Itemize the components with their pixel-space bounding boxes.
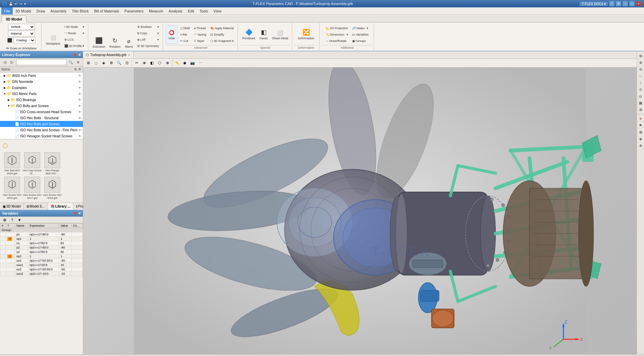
vars-row-p1[interactable]: p1 op1==1?-80:0 -80 — [0, 232, 83, 237]
vp-zoom-fit-btn[interactable]: ⊡ — [123, 59, 130, 67]
thumb-hexscrew4017[interactable]: Hex Screw ISO 4017.grb — [23, 177, 42, 200]
material-select[interactable]: Material — [8, 31, 35, 37]
panel-close-icon[interactable]: ✕ — [78, 53, 81, 57]
settings-button[interactable]: ⚙ — [616, 1, 621, 6]
dimension-btn[interactable]: 📏 Dimension ▾ — [324, 32, 350, 38]
apply-material-btn[interactable]: 🎨 Apply Material — [209, 25, 235, 31]
thumb-hexbolt4016[interactable]: Hex Bolt ISO 4016.grb — [3, 152, 21, 175]
tree-item-isobolts[interactable]: ▼ 📁 ISO Bolts and Screws 👁 — [0, 103, 83, 109]
right-btn-3[interactable]: ⊖ — [638, 66, 644, 72]
right-btn-5[interactable]: ↕ — [638, 80, 644, 86]
lib-list-btn[interactable]: ≡ — [75, 59, 82, 65]
lib-forward-btn[interactable]: ▷ — [9, 59, 15, 65]
right-btn-11[interactable]: ⚑ — [638, 122, 644, 128]
left-tab-library[interactable]: 📚 Library ... — [48, 203, 73, 210]
menu-titleblock[interactable]: Title Block — [69, 7, 91, 14]
faces-btn[interactable]: ◧ Faces — [258, 25, 270, 44]
vp-settings-btn[interactable]: ⚙ — [108, 59, 115, 67]
vars-add-btn[interactable]: ⊕ — [1, 217, 8, 223]
left-tab-3dmodel[interactable]: ▣ 3D Model — [0, 203, 24, 210]
panel-pin-icon[interactable]: 📌 — [73, 53, 77, 57]
thread-btn[interactable]: ⌀ Thread — [192, 25, 208, 31]
vp-axis-btn[interactable]: ⊕ — [164, 59, 171, 67]
node-3d-btn[interactable]: • 3D Node ▾ — [63, 24, 86, 30]
right-btn-14[interactable]: ⊕ — [638, 142, 644, 148]
tree-item-examples[interactable]: ▶ 📁 Examples 👁 — [0, 85, 83, 91]
move-rotate-btn[interactable]: ↔ Move/Rotate — [324, 38, 350, 44]
vars-row-uu2[interactable]: uu2 op2==1?-50.55:0 -50. — [0, 267, 83, 272]
tree-item-ansi[interactable]: ▶ 📁 ANSI Inch Parts 👁 — [0, 73, 83, 79]
right-btn-6[interactable]: ⊙ — [638, 86, 644, 92]
vars-row-u2[interactable]: u2 op1==1?82:0 82 — [0, 250, 83, 254]
status-right-btn[interactable]: ◫ — [13, 355, 20, 356]
hole-btn[interactable]: ⭕ Hole — [166, 25, 178, 44]
lib-search-input[interactable] — [16, 59, 67, 65]
vars-close-icon[interactable]: ✕ — [78, 212, 81, 215]
menu-draw[interactable]: Draw — [34, 7, 48, 14]
quick-access-redo[interactable]: ↪ — [19, 2, 22, 6]
right-btn-10[interactable]: ✕ — [638, 116, 644, 122]
primitives-btn[interactable]: 🔷 Primitives — [240, 25, 257, 44]
rotation-btn[interactable]: ↻ Rotation — [108, 34, 122, 52]
tree-item-cross[interactable]: 📄 ISO Cross-recessed Head Screws 👁 — [0, 109, 83, 115]
variables-btn[interactable]: x= Variables — [351, 32, 370, 38]
menu-parameters[interactable]: Parameters — [122, 7, 146, 14]
menu-view[interactable]: View — [211, 7, 224, 14]
menu-3dmodel[interactable]: 3D Model — [13, 7, 34, 14]
cut-btn[interactable]: ✂ Cut — [178, 38, 192, 44]
help-button[interactable]: ? — [609, 1, 614, 6]
vars-row-u1[interactable]: u1 op1==1?82:0 82 — [0, 241, 83, 246]
status-left-btn[interactable]: ◫ — [3, 355, 10, 356]
tree-item-hexbolts[interactable]: 📄 ISO Hex Bolts and Screws 👁 — [0, 121, 83, 127]
close-button[interactable]: ✕ — [636, 1, 641, 6]
vp-measure-btn[interactable]: 📏 — [173, 59, 181, 67]
maximize-button[interactable]: □ — [629, 1, 635, 6]
left-tab-modele[interactable]: ⊞ Model E... — [24, 203, 48, 210]
rib-btn[interactable]: ≡ Rib — [178, 32, 192, 38]
projection-2d-btn[interactable]: 📐 2D Projection — [324, 25, 350, 31]
groups-btn[interactable]: ▣ Groups — [351, 38, 370, 44]
vp-wire-btn[interactable]: ⬡ — [156, 59, 163, 67]
spring-btn[interactable]: 〰 Spring — [192, 32, 208, 38]
thumb-hexscrew4018[interactable]: Hex Screw ISO 4018.grb — [43, 177, 62, 200]
tree-item-isometric[interactable]: ▼ 📁 ISO Metric Parts 👁 — [0, 91, 83, 97]
tree-item-hexsocket[interactable]: 📄 ISO Hexagon Socket Head Screws 👁 — [0, 133, 83, 139]
thumb-hexflange[interactable]: Hex Flange Bolt ISO ... — [43, 152, 62, 175]
right-btn-9[interactable]: ⊞ — [638, 106, 644, 113]
vars-row-uuu2[interactable]: uuu2 op2==1?-10:0 -10 — [0, 272, 83, 276]
tree-item-din[interactable]: ▶ 📁 DIN Normteile 👁 — [0, 79, 83, 85]
right-btn-12[interactable]: ⊠ — [638, 129, 644, 135]
tree-item-hexfine[interactable]: 📄 ISO Hex Bolts and Screws - Fine Pitch … — [0, 127, 83, 133]
right-btn-8[interactable]: ▦ — [638, 100, 644, 106]
thumb-hexscrew4015[interactable]: Hex Screw ISO 4015.grb — [3, 177, 21, 200]
deformation-btn[interactable]: 🔀 Deformation — [296, 25, 316, 44]
vars-row-uu1[interactable]: uu1 op1==1?-50.55:0 -50. — [0, 259, 83, 263]
lib-back-btn[interactable]: ◁ — [1, 59, 8, 65]
thumb-hexcapscrew[interactable]: Hex Cap Screw IS... — [23, 152, 42, 175]
right-btn-13[interactable]: ◈ — [638, 136, 644, 142]
quick-access-undo[interactable]: ↩ — [15, 2, 17, 6]
lib-sort-icon[interactable]: ⇅ — [74, 68, 77, 71]
vars-pin-icon[interactable]: 📌 — [73, 212, 77, 215]
simplify-btn[interactable]: ⊡ Simplify — [209, 32, 235, 38]
vars-filter-btn[interactable]: ▼ — [16, 217, 23, 223]
lib-search-btn[interactable]: 🔍 — [67, 59, 74, 65]
vp-hidden-btn[interactable]: 👁 — [141, 59, 148, 67]
vp-shade-btn[interactable]: ◧ — [148, 59, 156, 67]
vars-row-uuu1[interactable]: uuu1 op1==1?10:0 10 — [0, 263, 83, 267]
default-style-select[interactable]: Default — [8, 24, 35, 30]
menu-tools[interactable]: Tools — [197, 7, 211, 14]
vp-select-all-btn[interactable]: □ — [92, 59, 100, 67]
menu-billofmaterials[interactable]: Bill of Materials — [92, 7, 122, 14]
boolean-btn[interactable]: ⊕ Boolean ▾ — [136, 24, 161, 30]
mates-btn[interactable]: 🔗 Mates ▾ — [351, 25, 370, 31]
menu-measure[interactable]: Measure — [146, 7, 166, 14]
color-picker[interactable] — [7, 38, 12, 43]
menu-assembly[interactable]: Assembly — [48, 7, 69, 14]
lcs-btn[interactable]: ⊕ LCS — [63, 37, 86, 43]
vp-camera-btn[interactable]: 📷 — [189, 59, 196, 67]
viewport-tab-turboprop[interactable]: ⬡ Turboprop Assembly.grb ✕ — [83, 51, 133, 58]
vp-filter2-btn[interactable]: 🔍 — [115, 59, 123, 67]
vp-render-btn[interactable]: ◉ — [181, 59, 189, 67]
tree-item-bearings[interactable]: ▶ 📁 ISO Bearings 👁 — [0, 97, 83, 103]
